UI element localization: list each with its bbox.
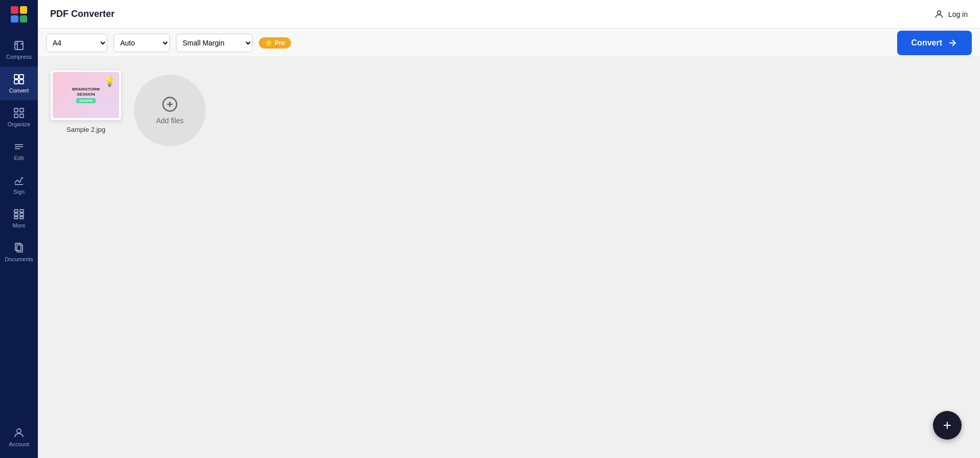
margin-select[interactable]: Small Margin No Margin Large Margin — [176, 34, 253, 52]
sidebar-item-sign[interactable]: Sign — [0, 168, 38, 201]
topbar: PDF Converter Log in — [38, 0, 980, 29]
thumbnail-label: SESSION — [76, 98, 96, 103]
add-files-label: Add files — [156, 117, 184, 125]
arrow-right-icon — [947, 38, 957, 48]
sidebar-compress-label: Compress — [6, 54, 32, 60]
sidebar-item-convert[interactable]: Convert — [0, 66, 38, 100]
thumbnail-text: BRAINSTORMSESSION — [72, 87, 100, 97]
svg-point-23 — [17, 429, 21, 433]
sidebar-item-organize[interactable]: Organize — [0, 100, 38, 134]
page-title: PDF Converter — [50, 9, 926, 19]
bulb-icon: 💡 — [104, 76, 115, 87]
svg-rect-4 — [14, 80, 18, 84]
convert-button-label: Convert — [911, 38, 942, 48]
svg-rect-17 — [14, 213, 18, 216]
organize-icon — [13, 107, 25, 119]
svg-rect-10 — [20, 114, 24, 118]
page-size-select[interactable]: A4 A3 Letter Legal — [46, 34, 107, 52]
svg-rect-20 — [20, 217, 24, 219]
app-logo — [0, 0, 38, 29]
pro-badge-label: Pro — [275, 39, 285, 47]
sidebar-nav: Compress Convert Organize — [0, 29, 38, 420]
main-content: PDF Converter Log in A4 A3 Letter Legal … — [38, 0, 980, 458]
svg-rect-9 — [14, 114, 18, 118]
orientation-select[interactable]: Auto Portrait Landscape — [114, 34, 170, 52]
logo-green-cell — [20, 15, 28, 23]
sidebar-item-compress[interactable]: Compress — [0, 33, 38, 66]
toolbar: A4 A3 Letter Legal Auto Portrait Landsca… — [38, 29, 980, 57]
fab-button[interactable]: + — [933, 411, 962, 440]
documents-icon — [13, 242, 25, 254]
login-label: Log in — [948, 10, 968, 18]
svg-rect-19 — [14, 217, 18, 219]
user-icon — [934, 9, 944, 19]
sidebar-documents-label: Documents — [5, 256, 33, 262]
svg-rect-8 — [20, 108, 24, 112]
account-icon — [13, 427, 25, 439]
sidebar-bottom: Account — [0, 420, 38, 458]
convert-icon — [13, 73, 25, 85]
compress-icon — [13, 39, 25, 52]
file-thumbnail-inner: BRAINSTORMSESSION SESSION 💡 — [53, 72, 119, 118]
add-files-plus-icon — [162, 96, 178, 112]
sidebar-account-label: Account — [9, 441, 29, 447]
pro-badge: ⭐ Pro — [259, 37, 291, 49]
svg-rect-5 — [19, 80, 24, 84]
convert-button[interactable]: Convert — [897, 31, 972, 55]
file-card[interactable]: BRAINSTORMSESSION SESSION 💡 Sample 2.jpg — [50, 70, 122, 133]
sidebar-item-documents[interactable]: Documents — [0, 235, 38, 269]
fab-icon: + — [943, 417, 951, 433]
svg-rect-3 — [19, 75, 24, 79]
sidebar-more-label: More — [12, 222, 25, 228]
svg-rect-15 — [14, 210, 18, 212]
logo-red-cell — [11, 6, 18, 14]
file-name: Sample 2.jpg — [66, 126, 105, 133]
logo-blue-cell — [11, 15, 18, 23]
svg-rect-0 — [15, 41, 23, 50]
sidebar-item-edit[interactable]: Edit — [0, 134, 38, 168]
sidebar-edit-label: Edit — [14, 155, 24, 161]
sign-icon — [13, 174, 25, 187]
file-thumbnail: BRAINSTORMSESSION SESSION 💡 — [50, 70, 122, 121]
sidebar-organize-label: Organize — [8, 121, 31, 127]
content-area: BRAINSTORMSESSION SESSION 💡 Sample 2.jpg… — [38, 57, 980, 458]
sidebar: Compress Convert Organize — [0, 0, 38, 458]
sidebar-sign-label: Sign — [13, 189, 25, 195]
logo-yellow-cell — [20, 6, 28, 14]
login-button[interactable]: Log in — [934, 9, 968, 19]
svg-point-24 — [938, 11, 941, 14]
more-icon — [13, 208, 25, 220]
pro-star-icon: ⭐ — [265, 39, 273, 47]
svg-rect-16 — [20, 210, 24, 212]
sidebar-convert-label: Convert — [9, 87, 29, 94]
add-files-button[interactable]: Add files — [134, 75, 206, 146]
svg-rect-2 — [14, 75, 18, 79]
svg-rect-18 — [20, 213, 24, 216]
sidebar-item-more[interactable]: More — [0, 201, 38, 235]
sidebar-account[interactable]: Account — [0, 420, 38, 454]
svg-rect-7 — [14, 108, 18, 112]
edit-icon — [13, 141, 25, 153]
